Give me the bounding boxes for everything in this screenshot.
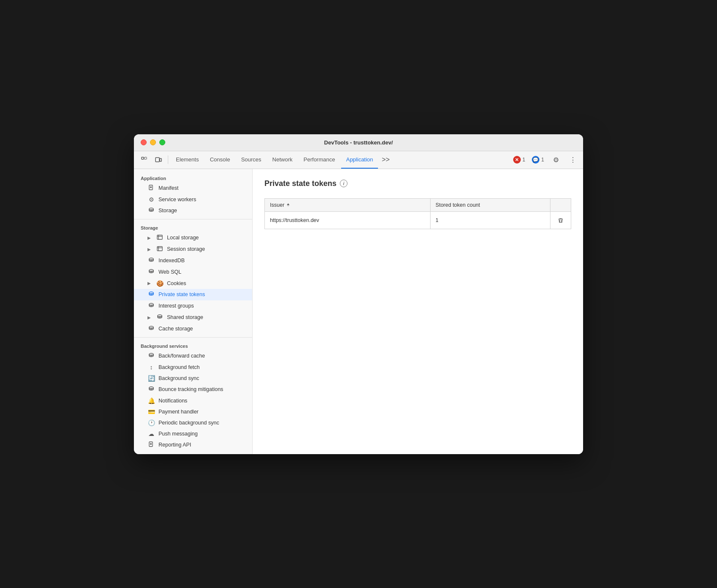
sort-icon: [286, 202, 290, 208]
svg-rect-2: [156, 158, 159, 162]
sidebar-item-background-fetch[interactable]: ↕ Background fetch: [134, 362, 252, 373]
table-row: https://trusttoken.dev 1: [265, 211, 571, 229]
col-header-count[interactable]: Stored token count: [430, 198, 550, 211]
tab-sources[interactable]: Sources: [236, 151, 267, 169]
tab-performance[interactable]: Performance: [298, 151, 340, 169]
close-button[interactable]: [141, 139, 147, 145]
expand-arrow-shared: ▶: [147, 315, 153, 320]
settings-button[interactable]: ⚙: [549, 154, 563, 166]
sidebar-item-session-storage[interactable]: ▶ Session storage: [134, 244, 252, 255]
toolbar-right: ✕ 1 💬 1 ⚙ ⋮: [511, 154, 580, 166]
svg-rect-8: [157, 235, 162, 239]
sidebar-item-cookies-label: Cookies: [167, 280, 186, 286]
background-sync-icon: 🔄: [147, 375, 155, 382]
sidebar-item-bounce-tracking[interactable]: Bounce tracking mitigations: [134, 384, 252, 395]
sidebar-item-reporting-api[interactable]: Reporting API: [134, 439, 252, 451]
tab-console[interactable]: Console: [205, 151, 235, 169]
sidebar-item-cache-storage[interactable]: Cache storage: [134, 323, 252, 335]
cell-action: [550, 211, 571, 229]
sidebar-item-background-sync-label: Background sync: [158, 375, 199, 381]
tokens-table: Issuer Stored token count: [264, 198, 571, 229]
more-options-button[interactable]: ⋮: [566, 154, 580, 166]
backforward-cache-icon: [147, 352, 155, 360]
device-toggle-button[interactable]: [152, 154, 165, 166]
private-state-tokens-icon: [147, 291, 155, 298]
titlebar: DevTools - trusttoken.dev/: [134, 134, 583, 151]
window-title: DevTools - trusttoken.dev/: [324, 139, 393, 146]
sidebar-item-storage-label: Storage: [158, 208, 177, 214]
sidebar-item-backforward-cache-label: Back/forward cache: [158, 353, 205, 359]
delete-row-button[interactable]: [556, 215, 566, 225]
sidebar-item-private-state-tokens-label: Private state tokens: [158, 291, 205, 297]
tab-elements[interactable]: Elements: [171, 151, 204, 169]
error-icon: ✕: [513, 156, 521, 164]
sidebar-item-indexeddb-label: IndexedDB: [158, 258, 185, 263]
sidebar-item-payment-handler[interactable]: 💳 Payment handler: [134, 406, 252, 417]
info-icon-button[interactable]: i: [340, 180, 347, 187]
cache-storage-icon: [147, 325, 155, 333]
sidebar-item-service-workers[interactable]: ⚙ Service workers: [134, 194, 252, 205]
sidebar-item-private-state-tokens[interactable]: Private state tokens: [134, 289, 252, 300]
indexeddb-icon: [147, 257, 155, 264]
error-badge-button[interactable]: ✕ 1: [511, 155, 527, 164]
svg-point-18: [158, 315, 162, 316]
trash-icon: [558, 217, 564, 223]
sidebar-item-interest-groups[interactable]: Interest groups: [134, 300, 252, 312]
sidebar-item-notifications-label: Notifications: [158, 398, 187, 404]
tab-application[interactable]: Application: [341, 151, 378, 169]
sidebar-item-local-storage-label: Local storage: [167, 235, 199, 241]
devtools-window: DevTools - trusttoken.dev/ Elements Cons…: [134, 134, 583, 454]
cursor-icon-button[interactable]: [137, 154, 151, 166]
sidebar-item-notifications[interactable]: 🔔 Notifications: [134, 395, 252, 406]
col-header-issuer[interactable]: Issuer: [265, 198, 431, 211]
manifest-icon: [147, 185, 155, 192]
expand-arrow-cookies: ▶: [147, 281, 153, 286]
sidebar-item-backforward-cache[interactable]: Back/forward cache: [134, 350, 252, 362]
push-messaging-icon: ☁: [147, 430, 155, 437]
web-sql-icon: [147, 269, 155, 276]
interest-groups-icon: [147, 302, 155, 310]
sidebar-item-periodic-bg-sync-label: Periodic background sync: [158, 420, 219, 426]
sidebar-item-shared-storage[interactable]: ▶ Shared storage: [134, 312, 252, 323]
sidebar-item-push-messaging[interactable]: ☁ Push messaging: [134, 428, 252, 439]
sidebar-item-service-workers-label: Service workers: [158, 197, 196, 202]
more-tabs-button[interactable]: >>: [379, 154, 392, 166]
periodic-bg-sync-icon: 🕐: [147, 419, 155, 426]
sidebar-item-local-storage[interactable]: ▶ Local storage: [134, 232, 252, 244]
content-area: Application Manifest ⚙ Service workers: [134, 169, 583, 454]
svg-point-14: [149, 258, 153, 260]
sidebar-item-manifest[interactable]: Manifest: [134, 183, 252, 194]
toolbar-divider: [168, 155, 168, 164]
sidebar-item-periodic-bg-sync[interactable]: 🕐 Periodic background sync: [134, 417, 252, 428]
svg-point-17: [149, 303, 153, 305]
svg-point-21: [149, 387, 153, 388]
minimize-button[interactable]: [150, 139, 156, 145]
expand-arrow-session: ▶: [147, 247, 153, 252]
sidebar-item-cookies[interactable]: ▶ 🍪 Cookies: [134, 278, 252, 289]
page-title-row: Private state tokens i: [264, 179, 571, 188]
sidebar: Application Manifest ⚙ Service workers: [134, 169, 253, 454]
sidebar-divider-1: [134, 219, 252, 219]
tab-network[interactable]: Network: [267, 151, 298, 169]
sidebar-item-cache-storage-label: Cache storage: [158, 326, 193, 332]
maximize-button[interactable]: [159, 139, 165, 145]
sidebar-item-indexeddb[interactable]: IndexedDB: [134, 255, 252, 266]
sidebar-item-storage[interactable]: Storage: [134, 205, 252, 216]
sidebar-item-payment-handler-label: Payment handler: [158, 409, 199, 415]
sidebar-item-web-sql[interactable]: Web SQL: [134, 266, 252, 278]
toolbar: Elements Console Sources Network Perform…: [134, 151, 583, 169]
page-title: Private state tokens: [264, 179, 336, 188]
svg-rect-3: [160, 158, 161, 161]
cell-count: 1: [430, 211, 550, 229]
sidebar-divider-2: [134, 337, 252, 338]
sidebar-item-background-fetch-label: Background fetch: [158, 364, 200, 370]
sidebar-item-bounce-tracking-label: Bounce tracking mitigations: [158, 386, 223, 392]
svg-rect-0: [142, 157, 144, 159]
info-badge-button[interactable]: 💬 1: [530, 155, 546, 164]
col-header-action: [550, 198, 571, 211]
sidebar-item-background-sync[interactable]: 🔄 Background sync: [134, 373, 252, 384]
cookies-icon: 🍪: [156, 280, 164, 287]
svg-point-7: [149, 208, 153, 210]
svg-rect-11: [157, 247, 162, 251]
sidebar-item-push-messaging-label: Push messaging: [158, 431, 197, 437]
